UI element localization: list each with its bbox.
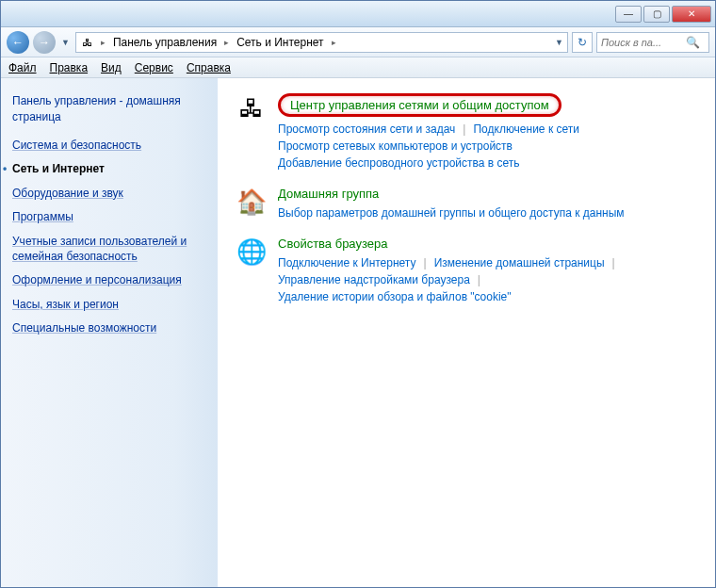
search-icon: 🔍 xyxy=(686,36,700,49)
sidebar-item-network-internet[interactable]: Сеть и Интернет xyxy=(12,162,206,177)
network-sharing-center-link[interactable]: Центр управления сетями и общим доступом xyxy=(278,93,561,117)
link-manage-addons[interactable]: Управление надстройками браузера xyxy=(278,271,470,288)
sidebar-item-user-accounts[interactable]: Учетные записи пользователей и семейная … xyxy=(12,235,206,264)
homegroup-link[interactable]: Домашняя группа xyxy=(278,187,696,201)
link-change-homepage[interactable]: Изменение домашней страницы xyxy=(434,254,605,271)
section-homegroup: 🏠 Домашняя группа Выбор параметров домаш… xyxy=(236,187,696,221)
breadcrumb-control-panel[interactable]: Панель управления xyxy=(111,36,219,49)
back-button[interactable]: ← xyxy=(7,31,29,54)
menu-file[interactable]: Файл xyxy=(8,61,37,74)
control-panel-window: — ▢ ✕ ← → ▼ 🖧 ▸ Панель управления ▸ Сеть… xyxy=(0,0,716,588)
titlebar: — ▢ ✕ xyxy=(1,1,715,27)
menu-tools[interactable]: Сервис xyxy=(135,61,173,74)
sidebar-item-hardware-sound[interactable]: Оборудование и звук xyxy=(12,187,206,202)
address-dropdown[interactable]: ▼ xyxy=(555,38,563,47)
browser-icon: 🌐 xyxy=(236,237,267,267)
history-dropdown[interactable]: ▼ xyxy=(59,38,72,47)
section-sublinks: Просмотр состояния сети и задач| Подключ… xyxy=(278,121,696,172)
search-input[interactable] xyxy=(601,37,686,48)
menu-view[interactable]: Вид xyxy=(101,61,122,74)
sidebar-item-system-security[interactable]: Система и безопасность xyxy=(12,139,206,154)
breadcrumb-separator: ▸ xyxy=(330,38,338,47)
network-icon: 🖧 xyxy=(80,35,95,50)
homegroup-icon: 🏠 xyxy=(236,187,267,217)
refresh-button[interactable]: ↻ xyxy=(572,32,593,53)
section-body: Домашняя группа Выбор параметров домашне… xyxy=(278,187,696,221)
section-body: Свойства браузера Подключение к Интернет… xyxy=(278,237,696,305)
maximize-button[interactable]: ▢ xyxy=(643,6,670,23)
menu-edit[interactable]: Правка xyxy=(50,61,89,74)
close-button[interactable]: ✕ xyxy=(672,6,711,23)
link-connect-network[interactable]: Подключение к сети xyxy=(473,121,578,138)
sidebar-item-appearance[interactable]: Оформление и персонализация xyxy=(12,273,206,288)
content-area: Панель управления - домашняя страница Си… xyxy=(1,78,715,587)
breadcrumb-network-internet[interactable]: Сеть и Интернет xyxy=(235,36,325,49)
link-view-network-status[interactable]: Просмотр состояния сети и задач xyxy=(278,121,455,138)
menu-bar: Файл Правка Вид Сервис Справка xyxy=(1,57,715,78)
window-controls: — ▢ ✕ xyxy=(615,6,711,23)
link-view-computers[interactable]: Просмотр сетевых компьютеров и устройств xyxy=(278,138,513,155)
sidebar-home-link[interactable]: Панель управления - домашняя страница xyxy=(12,93,206,125)
network-center-icon: 🖧 xyxy=(236,93,267,123)
menu-help[interactable]: Справка xyxy=(187,61,231,74)
address-bar[interactable]: 🖧 ▸ Панель управления ▸ Сеть и Интернет … xyxy=(75,32,568,53)
section-network-sharing: 🖧 Центр управления сетями и общим доступ… xyxy=(236,93,696,172)
search-box[interactable]: 🔍 xyxy=(596,32,709,53)
section-sublinks: Подключение к Интернету| Изменение домаш… xyxy=(278,254,696,305)
breadcrumb-separator: ▸ xyxy=(99,38,107,47)
navigation-bar: ← → ▼ 🖧 ▸ Панель управления ▸ Сеть и Инт… xyxy=(1,27,715,57)
sidebar-item-accessibility[interactable]: Специальные возможности xyxy=(12,321,206,336)
link-add-wireless[interactable]: Добавление беспроводного устройства в се… xyxy=(278,155,520,172)
section-browser: 🌐 Свойства браузера Подключение к Интерн… xyxy=(236,237,696,305)
sidebar: Панель управления - домашняя страница Си… xyxy=(1,78,218,587)
link-homegroup-settings[interactable]: Выбор параметров домашней группы и общег… xyxy=(278,204,625,221)
section-body: Центр управления сетями и общим доступом… xyxy=(278,93,696,172)
minimize-button[interactable]: — xyxy=(615,6,642,23)
section-sublinks: Выбор параметров домашней группы и общег… xyxy=(278,204,696,221)
forward-button[interactable]: → xyxy=(33,31,56,54)
sidebar-item-clock-region[interactable]: Часы, язык и регион xyxy=(12,298,206,313)
link-delete-history[interactable]: Удаление истории обзора и файлов "cookie… xyxy=(278,288,512,305)
sidebar-item-programs[interactable]: Программы xyxy=(12,210,206,225)
browser-properties-link[interactable]: Свойства браузера xyxy=(278,237,696,251)
main-panel: 🖧 Центр управления сетями и общим доступ… xyxy=(218,78,715,587)
link-internet-connection[interactable]: Подключение к Интернету xyxy=(278,254,416,271)
breadcrumb-separator: ▸ xyxy=(222,38,231,47)
